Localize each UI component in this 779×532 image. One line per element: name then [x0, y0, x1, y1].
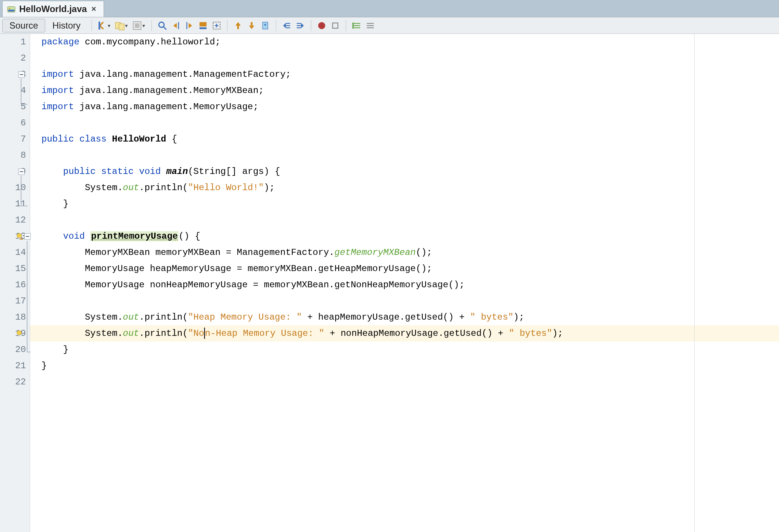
svg-line-9	[163, 27, 166, 29]
line-number: 2	[0, 50, 30, 66]
svg-marker-37	[20, 238, 23, 239]
prev-bookmark-icon[interactable]	[231, 19, 245, 32]
svg-rect-36	[18, 238, 20, 239]
code-area[interactable]: package com.mycompany.helloworld; import…	[30, 34, 779, 532]
code-line[interactable]	[30, 50, 779, 66]
line-number: 13	[0, 228, 30, 244]
line-number: 17	[0, 293, 30, 309]
code-line[interactable]: public class HelloWorld {	[30, 131, 779, 147]
svg-rect-10	[199, 22, 206, 26]
line-number: 7	[0, 131, 30, 147]
selection-mode-icon[interactable]	[210, 19, 223, 32]
stop-macro-icon[interactable]	[328, 19, 342, 32]
fold-guide	[27, 241, 27, 352]
history-view-button[interactable]: History	[45, 19, 88, 32]
line-number: 22	[0, 374, 30, 390]
forward-icon[interactable]	[113, 19, 127, 32]
start-macro-icon[interactable]	[315, 19, 328, 32]
code-line[interactable]: import java.lang.management.MemoryUsage;	[30, 99, 779, 115]
line-number: 15	[0, 261, 30, 277]
next-bookmark-icon[interactable]	[245, 19, 258, 32]
line-number: 14	[0, 244, 30, 261]
toggle-icon[interactable]	[130, 19, 144, 32]
toolbar-separator	[92, 20, 92, 31]
line-number: 10	[0, 180, 30, 196]
text-caret	[204, 328, 205, 339]
svg-point-1	[9, 8, 11, 9]
line-number: 12	[0, 212, 30, 228]
code-editor[interactable]: 1 2 3 4 5 6 7 8 9 10 11 12 13 14 15 16 1…	[0, 34, 779, 532]
next-occurrence-icon[interactable]	[183, 19, 196, 32]
code-line[interactable]: import java.lang.management.ManagementFa…	[30, 66, 779, 82]
close-tab-icon[interactable]: ×	[91, 4, 97, 14]
file-tab[interactable]: HelloWorld.java ×	[2, 1, 104, 17]
gutter: 1 2 3 4 5 6 7 8 9 10 11 12 13 14 15 16 1…	[0, 34, 30, 532]
dropdown-caret-icon[interactable]: ▾	[108, 23, 112, 29]
code-line-current[interactable]: System.out.println("Non-Heap Memory Usag…	[30, 325, 779, 341]
svg-rect-3	[98, 21, 100, 29]
code-line[interactable]: public static void main(String[] args) {	[30, 163, 779, 180]
code-line[interactable]: MemoryUsage nonHeapMemoryUsage = memoryM…	[30, 277, 779, 293]
code-line[interactable]	[30, 212, 779, 228]
code-line[interactable]	[30, 115, 779, 131]
code-line[interactable]: MemoryMXBean memoryMXBean = ManagementFa…	[30, 244, 779, 261]
fold-toggle-icon[interactable]	[18, 168, 25, 175]
line-number: 8	[0, 147, 30, 163]
code-line[interactable]: }	[30, 341, 779, 358]
warning-lightbulb-icon[interactable]	[15, 232, 23, 241]
line-number: 19	[0, 325, 30, 341]
fold-toggle-icon[interactable]	[18, 71, 25, 78]
fold-guide	[21, 206, 27, 206]
toolbar-separator	[346, 20, 346, 31]
search-icon[interactable]	[156, 19, 169, 32]
tab-bar: HelloWorld.java ×	[0, 0, 779, 17]
svg-point-22	[318, 22, 325, 29]
line-number: 20	[0, 341, 30, 358]
svg-rect-11	[199, 27, 206, 29]
code-line[interactable]: void printMemoryUsage() {	[30, 228, 779, 244]
comment-icon[interactable]	[350, 19, 364, 32]
dropdown-caret-icon[interactable]: ▾	[142, 23, 146, 29]
line-number: 11	[0, 196, 30, 212]
shift-left-icon[interactable]	[280, 19, 293, 32]
code-line[interactable]: package com.mycompany.helloworld;	[30, 34, 779, 50]
back-icon[interactable]	[96, 19, 109, 32]
svg-rect-14	[251, 22, 252, 25]
line-number: 21	[0, 358, 30, 374]
line-number: 1	[0, 34, 30, 50]
code-line[interactable]: System.out.println("Heap Memory Usage: "…	[30, 309, 779, 325]
toolbar-separator	[276, 20, 276, 31]
code-line[interactable]	[30, 293, 779, 309]
code-line[interactable]	[30, 147, 779, 163]
toolbar-separator	[227, 20, 228, 31]
toggle-bookmark-icon[interactable]	[258, 19, 272, 32]
toolbar-separator	[151, 20, 152, 31]
line-number: 16	[0, 277, 30, 293]
source-view-button[interactable]: Source	[2, 19, 45, 32]
code-line[interactable]: }	[30, 358, 779, 374]
line-number: 6	[0, 115, 30, 131]
code-line[interactable]: System.out.println("Hello World!");	[30, 180, 779, 196]
svg-rect-27	[352, 22, 354, 28]
java-file-icon	[7, 5, 15, 13]
toggle-highlight-icon[interactable]	[196, 19, 210, 32]
code-line[interactable]	[30, 374, 779, 390]
shift-right-icon[interactable]	[293, 19, 307, 32]
code-line[interactable]: import java.lang.management.MemoryMXBean…	[30, 82, 779, 99]
svg-rect-13	[237, 26, 239, 29]
line-number: 9	[0, 163, 30, 180]
svg-rect-5	[119, 24, 124, 30]
line-number: 4	[0, 82, 30, 99]
fold-guide	[21, 175, 21, 206]
code-line[interactable]: MemoryUsage heapMemoryUsage = memoryMXBe…	[30, 261, 779, 277]
code-line[interactable]: }	[30, 196, 779, 212]
svg-rect-7	[135, 23, 139, 28]
line-number: 3	[0, 66, 30, 82]
lightbulb-hint-icon[interactable]	[15, 329, 23, 338]
uncomment-icon[interactable]	[364, 19, 377, 32]
dropdown-caret-icon[interactable]: ▾	[125, 23, 129, 29]
svg-point-35	[17, 233, 21, 238]
line-number: 18	[0, 309, 30, 325]
prev-occurrence-icon[interactable]	[169, 19, 183, 32]
fold-guide	[21, 78, 21, 104]
